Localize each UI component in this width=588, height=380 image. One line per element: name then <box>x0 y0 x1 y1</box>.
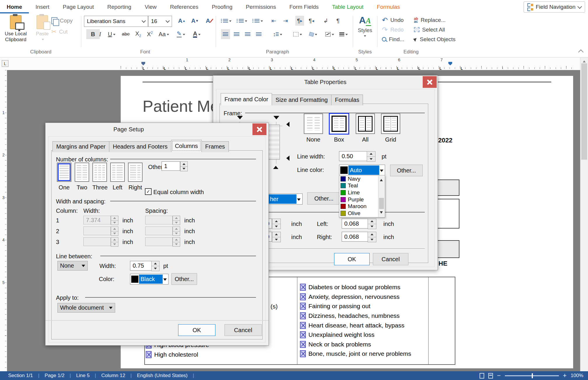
italic-button[interactable]: I <box>97 29 103 39</box>
cut-button[interactable]: ✂ Cut <box>51 27 68 37</box>
line-width-input[interactable]: 0.50 <box>339 151 367 161</box>
checked-checkbox-icon[interactable] <box>300 341 306 348</box>
spacing-input[interactable] <box>145 226 173 235</box>
spacing-spinner[interactable] <box>173 216 180 225</box>
scrollbar-thumb[interactable] <box>581 63 587 160</box>
zoom-level[interactable]: 100% <box>571 373 583 379</box>
bottom-marker-icon[interactable] <box>273 163 278 169</box>
checklist-item[interactable]: Bone, muscle, joint or nerve problems <box>300 349 411 359</box>
tab-size-and-formatting[interactable]: Size and Formatting <box>272 95 331 105</box>
borders-button[interactable] <box>292 29 304 39</box>
margin-top-spinner[interactable] <box>272 219 281 229</box>
scrollbar-thumb[interactable] <box>379 198 384 209</box>
checklist-item[interactable]: High cholesterol <box>146 350 209 360</box>
checklist-item[interactable]: Neck or back problems <box>300 340 411 349</box>
checked-checkbox-icon[interactable] <box>300 303 306 310</box>
tab-reporting[interactable]: Reporting <box>101 0 138 13</box>
multilevel-list-button[interactable] <box>251 16 265 26</box>
equal-column-width-checkbox[interactable]: ✓ <box>145 188 152 195</box>
tab-frames[interactable]: Frames <box>201 141 229 152</box>
tab-table-layout[interactable]: Table Layout <box>325 0 370 13</box>
select-objects-button[interactable]: Select Objects <box>414 34 456 44</box>
row-marker-icon[interactable] <box>284 156 289 161</box>
ok-button[interactable]: OK <box>178 324 215 336</box>
line-color-combo[interactable]: Black <box>130 274 168 285</box>
width-spinner[interactable] <box>111 237 118 247</box>
columns-option-two[interactable] <box>75 163 89 182</box>
close-icon[interactable] <box>423 76 437 88</box>
tab-type-selector[interactable]: L <box>2 60 8 67</box>
checked-checkbox-icon[interactable] <box>300 293 306 300</box>
undo-button[interactable]: ↶Undo <box>382 15 404 25</box>
apply-to-combo[interactable]: Whole document <box>57 303 115 313</box>
checked-checkbox-icon[interactable] <box>300 322 306 329</box>
right-margin-spinner[interactable] <box>368 232 376 242</box>
line-style-combo[interactable]: None <box>57 261 88 271</box>
status-item[interactable]: Column 12 <box>101 373 125 379</box>
spacing-spinner[interactable] <box>173 226 180 236</box>
tab-formulas[interactable]: Formulas <box>370 0 407 13</box>
line-spacing-button[interactable]: ↕ <box>271 29 284 39</box>
color-other-button[interactable]: Other... <box>171 273 197 285</box>
font-family-combo[interactable]: Liberation Sans <box>84 16 148 27</box>
cancel-button[interactable]: Cancel <box>373 253 408 265</box>
checklist-item[interactable]: Unexplained weight loss <box>300 330 411 340</box>
zoom-out-button[interactable]: − <box>497 372 501 379</box>
columns-option-right[interactable] <box>128 163 143 182</box>
columns-option-three[interactable] <box>92 163 107 182</box>
styles-button[interactable]: AA Styles <box>356 15 374 38</box>
other-columns-input[interactable]: 1 <box>162 161 180 171</box>
checked-checkbox-icon[interactable] <box>300 284 306 291</box>
vertical-ruler[interactable]: 12345 <box>0 70 7 371</box>
status-item[interactable]: Section 1/1 <box>8 373 33 379</box>
tab-margins-and-paper[interactable]: Margins and Paper <box>52 141 109 152</box>
fit-width-icon[interactable] <box>488 373 493 379</box>
change-case-button[interactable]: Aa <box>157 29 171 39</box>
zoom-slider-thumb[interactable] <box>532 373 533 378</box>
use-local-clipboard-button[interactable]: Use Local Clipboard <box>4 15 28 48</box>
checklist-item[interactable]: Fainting or passing out <box>300 301 411 311</box>
rtl-paragraph-button[interactable]: ¶◀ <box>307 16 316 26</box>
shading-other-button[interactable]: Other... <box>307 192 340 205</box>
strikethrough-button[interactable]: abe <box>120 29 131 39</box>
width-input[interactable]: 7.374 <box>83 216 111 224</box>
ltr-paragraph-button[interactable]: ¶▶ <box>295 16 304 26</box>
status-item[interactable]: Page 1/2 <box>45 373 64 379</box>
tab-references[interactable]: References <box>163 0 205 13</box>
subscript-button[interactable]: X2 <box>134 29 143 39</box>
dropdown-scrollbar[interactable] <box>378 176 385 217</box>
row-marker-icon[interactable] <box>284 122 289 127</box>
find-button[interactable]: Find... <box>382 34 404 44</box>
frame-option-box-selected[interactable] <box>329 114 349 134</box>
checked-checkbox-icon[interactable] <box>300 350 306 357</box>
tab-formulas[interactable]: Formulas <box>331 95 363 105</box>
field-navigation-button[interactable]: Field Navigation <box>524 1 585 13</box>
spacing-input[interactable] <box>145 237 173 246</box>
frame-option-none[interactable] <box>304 114 323 134</box>
ok-button[interactable]: OK <box>334 253 370 265</box>
tab-form-fields[interactable]: Form Fields <box>283 0 325 13</box>
scroll-down-icon[interactable] <box>380 211 383 215</box>
break-button[interactable]: ↲ <box>322 16 330 26</box>
tab-frame-and-color[interactable]: Frame and Color <box>221 93 272 105</box>
color-dropdown-list[interactable]: Navy Teal Lime Purple Maroon Olive <box>339 175 385 217</box>
columns-option-left[interactable] <box>110 163 125 182</box>
checklist-item[interactable]: Diabetes or blood sugar problems <box>300 283 411 292</box>
font-size-combo[interactable]: 16 <box>148 16 172 27</box>
decrease-indent-button[interactable]: ⇤ <box>270 16 278 26</box>
redo-button[interactable]: ↷Redo <box>382 25 404 34</box>
scroll-up-icon[interactable] <box>583 59 586 62</box>
status-item[interactable]: English (United States) <box>137 373 188 379</box>
column-marker-icon[interactable] <box>273 116 279 122</box>
zoom-slider[interactable] <box>505 375 559 376</box>
align-right-button[interactable] <box>243 29 252 39</box>
line-width-spinner[interactable] <box>367 151 375 162</box>
spacing-spinner[interactable] <box>173 237 180 247</box>
line-color-combo[interactable]: Auto <box>339 165 385 176</box>
shrink-font-button[interactable]: A▼ <box>189 16 200 26</box>
width-input[interactable] <box>83 226 111 235</box>
copy-button[interactable]: Copy <box>51 16 73 26</box>
shading-button[interactable] <box>308 29 319 39</box>
increase-indent-button[interactable]: ⇥ <box>281 16 290 26</box>
select-all-button[interactable]: Select All <box>414 25 456 34</box>
